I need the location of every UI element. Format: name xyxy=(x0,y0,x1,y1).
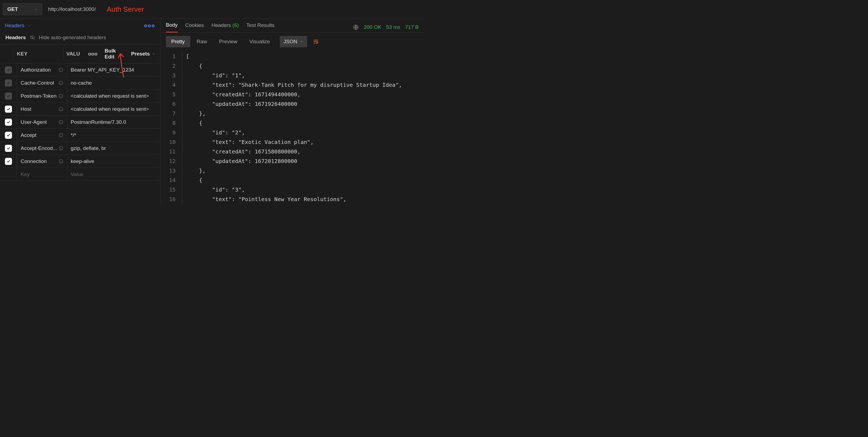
response-body-viewer[interactable]: 12345678910111213141516 [ { "id": "1", "… xyxy=(160,51,424,204)
format-raw[interactable]: Raw xyxy=(191,36,213,47)
header-value-placeholder[interactable]: Value xyxy=(67,171,160,177)
info-icon[interactable] xyxy=(58,133,63,138)
status-code: 200 OK xyxy=(364,24,381,30)
code-line[interactable]: "updatedAt": 1672012800000 xyxy=(186,156,424,166)
code-line[interactable]: }, xyxy=(186,166,424,175)
header-row[interactable]: Host <calculated when request is sent> xyxy=(0,103,160,116)
code-line[interactable]: "id": "3", xyxy=(186,185,424,195)
code-line[interactable]: "text": "Shark-Tank Pitch for my disrupt… xyxy=(186,80,424,90)
presets-label: Presets xyxy=(131,51,150,57)
headers-section-title: Headers xyxy=(5,34,26,40)
header-value[interactable]: Bearer MY_API_KEY_1234 xyxy=(67,67,160,73)
tab-cookies[interactable]: Cookies xyxy=(185,22,204,32)
code-line[interactable]: "id": "1", xyxy=(186,71,424,80)
tab-body[interactable]: Body xyxy=(166,22,178,32)
url-bar: GET http://localhost:3000/ Auth Server xyxy=(0,0,424,19)
presets-button[interactable]: Presets xyxy=(126,48,160,60)
wrap-lines-icon[interactable] xyxy=(312,38,320,46)
header-checkbox[interactable] xyxy=(5,106,12,113)
hide-autogen-toggle[interactable]: Hide auto-generated headers xyxy=(39,34,106,40)
code-line[interactable]: "createdAt": 1671494400000, xyxy=(186,90,424,99)
code-line[interactable]: "updatedAt": 1671926400000 xyxy=(186,99,424,109)
header-value[interactable]: <calculated when request is sent> xyxy=(67,93,160,99)
header-value[interactable]: <calculated when request is sent> xyxy=(67,106,160,112)
format-preview[interactable]: Preview xyxy=(214,36,243,47)
status-size: 717 B xyxy=(405,24,418,30)
header-key[interactable]: Host xyxy=(21,106,31,112)
tab-headers-label: Headers xyxy=(212,22,231,28)
header-key[interactable]: Accept xyxy=(21,132,36,138)
header-row[interactable]: Cache-Control no-cache xyxy=(0,77,160,89)
lang-label: JSON xyxy=(283,39,298,45)
header-value[interactable]: keep-alive xyxy=(67,158,160,164)
line-number: 2 xyxy=(160,61,180,71)
info-icon[interactable] xyxy=(58,146,63,151)
code-line[interactable]: [ xyxy=(186,52,424,61)
header-value[interactable]: no-cache xyxy=(67,80,160,86)
line-number: 1 xyxy=(160,52,180,61)
line-number: 4 xyxy=(160,80,180,90)
info-icon[interactable] xyxy=(58,67,63,72)
header-checkbox[interactable] xyxy=(5,80,12,87)
header-key[interactable]: Connection xyxy=(21,158,47,164)
header-checkbox[interactable] xyxy=(5,92,12,99)
header-key[interactable]: User-Agent xyxy=(21,119,47,125)
header-key[interactable]: Accept-Encod... xyxy=(21,145,57,151)
chevron-down-icon xyxy=(152,52,155,56)
format-pretty[interactable]: Pretty xyxy=(166,36,190,47)
format-visualize[interactable]: Visualize xyxy=(244,36,275,47)
header-checkbox[interactable] xyxy=(5,119,12,126)
header-checkbox[interactable] xyxy=(5,158,12,165)
info-icon[interactable] xyxy=(58,81,63,85)
line-number: 11 xyxy=(160,147,180,156)
info-icon[interactable] xyxy=(58,120,63,125)
header-value[interactable]: PostmanRuntime/7.30.0 xyxy=(67,119,160,125)
headers-table: Authorization Bearer MY_API_KEY_1234 Cac… xyxy=(0,63,160,181)
headers-count: (6) xyxy=(232,22,239,28)
more-icon[interactable]: ooo xyxy=(144,23,155,29)
code-line[interactable]: "text": "Pointless New Year Resolutions"… xyxy=(186,195,424,204)
info-icon[interactable] xyxy=(58,159,63,164)
chevron-down-icon xyxy=(300,40,303,43)
method-select[interactable]: GET xyxy=(3,3,42,15)
code-line[interactable]: "text": "Exotic Vacation plan", xyxy=(186,138,424,147)
header-key-placeholder[interactable]: Key xyxy=(21,171,30,177)
header-row[interactable]: Connection keep-alive xyxy=(0,155,160,168)
header-key[interactable]: Postman-Token xyxy=(21,93,57,99)
info-icon[interactable] xyxy=(58,107,63,112)
tab-headers[interactable]: Headers xyxy=(5,23,31,29)
header-row[interactable]: Accept-Encod... gzip, deflate, br xyxy=(0,142,160,155)
tab-test-results[interactable]: Test Results xyxy=(246,22,274,32)
code-line[interactable]: { xyxy=(186,118,424,128)
globe-icon[interactable] xyxy=(353,24,359,30)
bulk-edit-button[interactable]: Bulk Edit xyxy=(100,45,126,63)
col-more-icon[interactable]: ooo xyxy=(88,51,100,57)
header-row[interactable]: Authorization Bearer MY_API_KEY_1234 xyxy=(0,63,160,77)
line-number: 8 xyxy=(160,118,180,128)
header-row[interactable]: User-Agent PostmanRuntime/7.30.0 xyxy=(0,116,160,129)
header-checkbox[interactable] xyxy=(5,145,12,152)
header-row[interactable]: Postman-Token <calculated when request i… xyxy=(0,89,160,103)
header-checkbox[interactable] xyxy=(5,132,12,139)
line-number: 10 xyxy=(160,138,180,147)
header-key[interactable]: Cache-Control xyxy=(21,80,54,86)
code-line[interactable]: "createdAt": 1671580800000, xyxy=(186,147,424,156)
eye-off-icon[interactable] xyxy=(30,35,35,40)
lang-select[interactable]: JSON xyxy=(280,36,307,47)
tab-response-headers[interactable]: Headers (6) xyxy=(212,22,239,32)
annotation-label: Auth Server xyxy=(106,5,144,13)
code-line[interactable]: { xyxy=(186,175,424,185)
response-pane: Body Cookies Headers (6) Test Results 20… xyxy=(160,19,424,204)
code-line[interactable]: { xyxy=(186,61,424,71)
url-input[interactable]: http://localhost:3000/ xyxy=(44,3,99,15)
header-checkbox[interactable] xyxy=(5,66,12,74)
info-icon[interactable] xyxy=(58,94,63,98)
code-line[interactable]: }, xyxy=(186,109,424,118)
header-row[interactable]: Accept */* xyxy=(0,129,160,142)
header-key[interactable]: Authorization xyxy=(21,67,51,73)
header-value[interactable]: */* xyxy=(67,132,160,138)
line-number: 14 xyxy=(160,175,180,185)
header-row-blank[interactable]: Key Value xyxy=(0,168,160,181)
header-value[interactable]: gzip, deflate, br xyxy=(67,145,160,151)
code-line[interactable]: "id": "2", xyxy=(186,128,424,138)
